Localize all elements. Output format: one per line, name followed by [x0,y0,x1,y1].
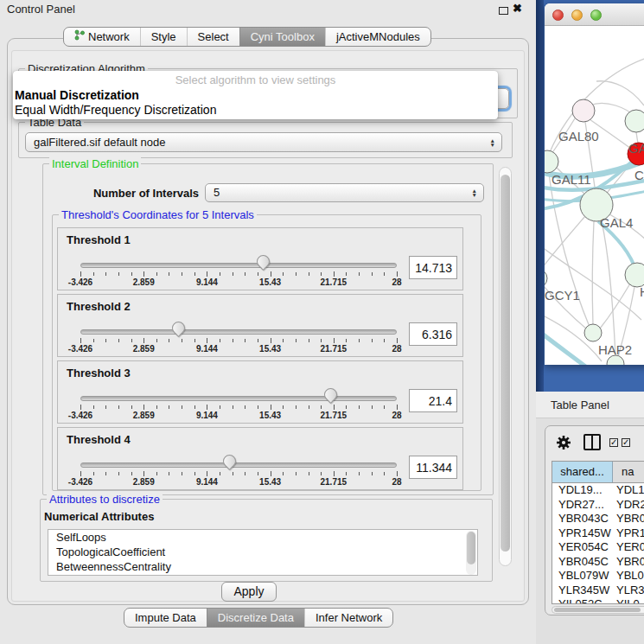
tab-jactivemnodules[interactable]: jActiveMNodules [325,28,430,46]
tab-label: Impute Data [135,609,196,627]
network-node[interactable] [572,99,595,122]
table-row[interactable]: YPR145WYPR1 [552,526,644,541]
tab-select[interactable]: Select [187,28,239,46]
minor-tick [182,339,182,342]
network-window-titlebar[interactable] [545,3,644,26]
major-tick [80,271,81,277]
minor-tick [182,272,182,276]
tab-infer-network[interactable]: Infer Network [304,609,392,627]
algorithm-option[interactable]: Equal Width/Frequency Discretization [15,103,216,117]
minor-tick [321,472,322,475]
minor-tick [283,272,284,276]
network-node[interactable] [625,110,644,132]
threshold-value-field[interactable] [409,456,457,479]
table-row[interactable]: YBR043CYBR0 [552,512,644,526]
scrollbar-thumb[interactable] [501,175,510,552]
threshold-label: Threshold 2 [67,300,131,313]
minor-tick [105,472,106,475]
table-row[interactable]: YIL052CYIL0 [552,597,644,603]
attributes-group: Attributes to discretize Numerical Attri… [40,499,493,582]
numerical-attributes-list[interactable]: SelfLoopsTopologicalCoefficientBetweenne… [48,529,478,576]
minor-tick [309,339,309,342]
right-region: GAL80GACGAL11GAL4GCY1HHAP2 Table Panel [536,0,644,644]
network-node[interactable] [545,150,558,173]
thresholds-group: Threshold's Coordinates for 5 Intervals … [52,214,481,491]
table-row[interactable]: YLR345WYLR3 [552,583,644,598]
panel-title: Control Panel [7,3,75,16]
node-label: GAL4 [600,215,633,230]
tab-discretize-data[interactable]: Discretize Data [207,609,304,627]
network-edge-highlighted[interactable] [545,330,588,365]
attribute-item[interactable]: SelfLoops [48,530,477,545]
minor-tick [118,339,119,342]
major-tick [143,271,144,277]
table-panel-title: Table Panel [551,399,609,411]
columns-icon[interactable] [583,434,601,450]
table-row[interactable]: YBL079WYBL0 [552,569,644,583]
table-horizontal-scrollbar[interactable] [552,606,644,614]
table-data-combo[interactable]: galFiltered.sif default node ▲▼ [25,132,502,152]
minor-tick [93,472,94,475]
table-row[interactable]: YDL19...YDL1 [552,483,644,498]
network-edge[interactable] [596,81,644,105]
network-node[interactable] [625,263,644,287]
thresholds-legend: Threshold's Coordinates for 5 Intervals [59,208,257,221]
num-intervals-combo[interactable]: 5 ▲▼ [205,183,484,202]
cell-name: YLR3 [613,583,644,598]
attribute-item[interactable]: BetweennessCentrality [48,559,477,574]
network-canvas[interactable]: GAL80GACGAL11GAL4GCY1HHAP2 [545,26,644,365]
tab-style[interactable]: Style [140,28,187,46]
column-header-name[interactable]: na [613,462,644,482]
zoom-traffic-light[interactable] [590,10,602,21]
minor-tick [359,339,360,342]
tab-network[interactable]: Network [64,28,140,46]
scrollbar-thumb[interactable] [467,532,475,564]
checkbox-icon[interactable]: ✓ [622,438,630,447]
apply-button[interactable]: Apply [221,582,277,602]
close-icon[interactable]: ✖ [513,2,522,15]
tick-label: 2.859 [133,477,155,487]
scrollbar-thumb[interactable] [554,608,641,612]
slider-track[interactable] [80,396,397,401]
tab-cyni-toolbox[interactable]: Cyni Toolbox [239,28,325,46]
network-edge[interactable] [602,221,615,356]
threshold-value-field[interactable] [409,322,457,346]
minor-tick [372,472,373,475]
network-edge[interactable] [592,221,594,325]
minor-tick [93,272,94,276]
major-tick [334,471,335,476]
gear-icon[interactable] [556,435,571,454]
attribute-item[interactable]: TopologicalCoefficient [48,545,477,559]
table-row[interactable]: YER054CYER0 [552,540,644,555]
major-tick [271,271,271,277]
major-tick [334,338,335,343]
table-row[interactable]: YBR045CYBR0 [552,555,644,570]
content-vertical-scrollbar[interactable] [499,167,512,566]
tab-impute-data[interactable]: Impute Data [124,609,207,627]
minor-tick [258,339,258,342]
table-row[interactable]: YDR27...YDR2 [552,498,644,513]
minimize-traffic-light[interactable] [571,10,583,21]
node-label: H [640,284,644,299]
node-label: HAP2 [598,342,632,357]
slider-track[interactable] [80,263,397,268]
float-window-icon[interactable] [499,7,508,15]
attributes-scrollbar[interactable] [466,531,476,575]
slider-track[interactable] [80,462,397,468]
minor-tick [156,472,157,475]
threshold-value-field[interactable] [409,389,457,412]
network-node[interactable] [545,269,547,288]
network-node[interactable] [584,324,602,341]
checkbox-icon[interactable]: ✓ [609,438,618,447]
algorithm-option[interactable]: Manual Discretization [15,88,139,102]
threshold-row: Threshold 1-3.4262.8599.14415.4321.71528 [57,227,463,290]
minor-tick [296,339,296,342]
close-traffic-light[interactable] [552,10,564,21]
tick-label: 15.43 [259,344,281,354]
minor-tick [194,405,195,409]
node-label: GCY1 [545,288,580,303]
threshold-value-field[interactable] [409,256,457,279]
threshold-row: Threshold 3-3.4262.8599.14415.4321.71528 [57,360,463,424]
slider-track[interactable] [80,329,397,335]
column-header-shared[interactable]: shared... [552,462,613,482]
